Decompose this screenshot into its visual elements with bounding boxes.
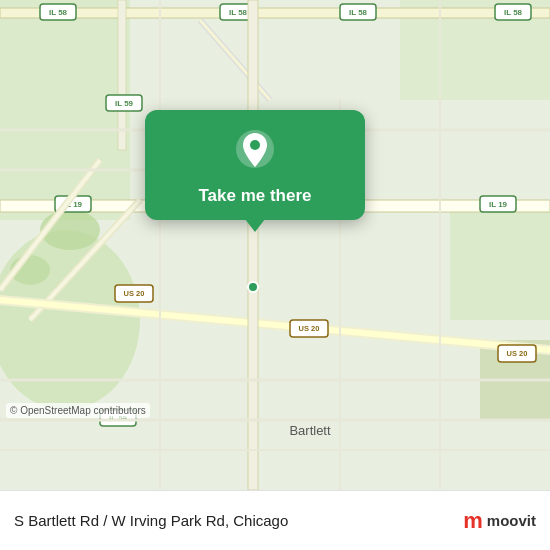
footer: S Bartlett Rd / W Irving Park Rd, Chicag… (0, 490, 550, 550)
svg-text:IL 58: IL 58 (49, 8, 68, 17)
svg-rect-4 (450, 200, 550, 320)
moovit-logo: m moovit (463, 508, 536, 534)
svg-text:Bartlett: Bartlett (289, 423, 331, 438)
svg-text:IL 19: IL 19 (489, 200, 508, 209)
svg-text:US 20: US 20 (507, 349, 528, 358)
location-popup[interactable]: Take me there (145, 110, 365, 220)
svg-rect-17 (118, 0, 126, 150)
take-me-there-button[interactable]: Take me there (198, 186, 311, 206)
svg-text:IL 58: IL 58 (349, 8, 368, 17)
location-pin-icon (231, 128, 279, 176)
svg-text:US 20: US 20 (124, 289, 145, 298)
moovit-wordmark: moovit (487, 512, 536, 529)
svg-text:IL 58: IL 58 (229, 8, 248, 17)
map-container[interactable]: IL 58 IL 58 IL 58 IL 58 IL 59 IL 19 IL 1… (0, 0, 550, 490)
svg-point-53 (248, 282, 258, 292)
location-label: S Bartlett Rd / W Irving Park Rd, Chicag… (14, 512, 463, 529)
svg-rect-8 (0, 8, 550, 18)
svg-rect-43 (248, 0, 258, 490)
map-attribution: © OpenStreetMap contributors (6, 403, 150, 418)
svg-point-55 (250, 140, 260, 150)
moovit-m-icon: m (463, 508, 483, 534)
svg-text:US 20: US 20 (299, 324, 320, 333)
svg-text:IL 59: IL 59 (115, 99, 134, 108)
svg-text:IL 58: IL 58 (504, 8, 523, 17)
